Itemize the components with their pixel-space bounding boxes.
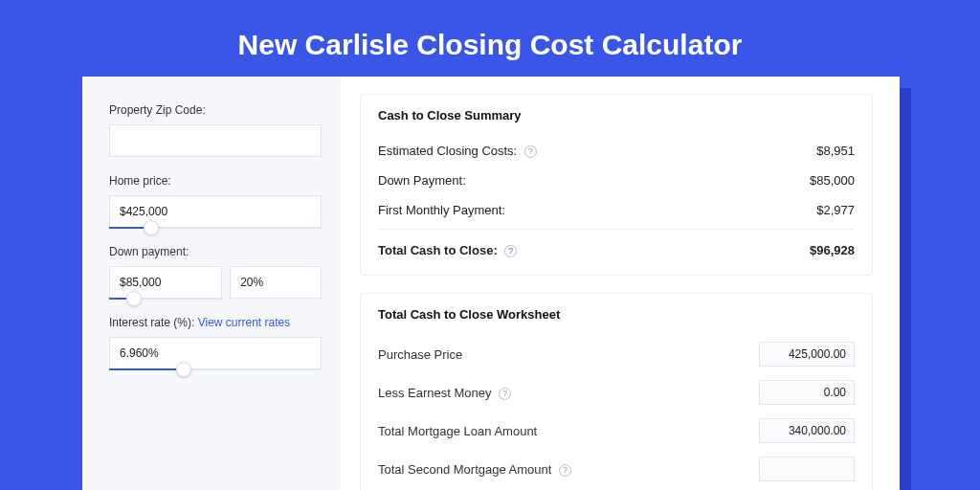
summary-row: Estimated Closing Costs: ? $8,951: [378, 136, 855, 166]
summary-row-value: $85,000: [810, 173, 855, 188]
summary-row-label: Down Payment:: [378, 173, 466, 188]
worksheet-row-label: Purchase Price: [378, 347, 462, 362]
worksheet-row-input[interactable]: [759, 418, 855, 443]
interest-field: Interest rate (%): View current rates: [109, 316, 322, 369]
summary-row-label: Estimated Closing Costs:: [378, 144, 517, 158]
worksheet-heading: Total Cash to Close Worksheet: [378, 307, 855, 322]
worksheet-row-input[interactable]: [759, 380, 855, 405]
interest-slider[interactable]: [109, 337, 322, 369]
down-payment-label: Down payment:: [109, 245, 322, 258]
calculator-card: Property Zip Code: Home price: Down paym…: [82, 77, 900, 490]
worksheet-card: Total Cash to Close Worksheet Purchase P…: [360, 293, 873, 490]
interest-label: Interest rate (%): View current rates: [109, 316, 322, 329]
worksheet-row: Total Second Mortgage Amount ?: [378, 450, 855, 488]
summary-row-label: First Monthly Payment:: [378, 203, 505, 217]
summary-total-row: Total Cash to Close: ? $96,928: [378, 229, 855, 265]
worksheet-row: Total Mortgage Loan Amount: [378, 412, 855, 450]
worksheet-row-input[interactable]: [759, 457, 855, 481]
summary-total-label: Total Cash to Close:: [378, 243, 498, 257]
worksheet-row: Less Earnest Money ?: [378, 373, 855, 412]
interest-input[interactable]: [109, 337, 322, 369]
home-price-field: Home price:: [109, 174, 322, 228]
summary-card: Cash to Close Summary Estimated Closing …: [360, 94, 873, 276]
summary-row-value: $2,977: [816, 203, 855, 217]
zip-label: Property Zip Code:: [109, 103, 322, 117]
worksheet-row-label: Less Earnest Money: [378, 386, 492, 400]
summary-row: First Monthly Payment: $2,977: [378, 195, 855, 225]
inputs-panel: Property Zip Code: Home price: Down paym…: [82, 77, 341, 490]
zip-field: Property Zip Code:: [109, 103, 322, 157]
worksheet-row-label: Total Mortgage Loan Amount: [378, 424, 537, 438]
page-title: New Carlisle Closing Cost Calculator: [0, 0, 980, 61]
home-price-label: Home price:: [109, 174, 322, 188]
worksheet-row: Purchase Price: [378, 335, 855, 373]
down-payment-slider[interactable]: [109, 266, 222, 299]
down-payment-input[interactable]: [109, 266, 222, 299]
summary-total-value: $96,928: [810, 243, 855, 257]
worksheet-row-label: Total Second Mortgage Amount: [378, 462, 551, 477]
summary-row: Down Payment: $85,000: [378, 166, 855, 195]
home-price-slider[interactable]: [109, 195, 322, 228]
summary-row-value: $8,951: [816, 144, 855, 158]
help-icon[interactable]: ?: [499, 388, 511, 400]
down-payment-pct-input[interactable]: [230, 266, 322, 299]
worksheet-row-input[interactable]: [759, 342, 855, 367]
help-icon[interactable]: ?: [559, 464, 571, 477]
view-rates-link[interactable]: View current rates: [198, 316, 291, 329]
help-icon[interactable]: ?: [504, 245, 517, 257]
zip-input[interactable]: [109, 124, 322, 157]
interest-label-text: Interest rate (%):: [109, 316, 198, 329]
results-panel: Cash to Close Summary Estimated Closing …: [341, 77, 900, 490]
summary-heading: Cash to Close Summary: [378, 108, 855, 122]
help-icon[interactable]: ?: [524, 145, 537, 158]
down-payment-field: Down payment:: [109, 245, 322, 299]
home-price-input[interactable]: [109, 195, 322, 228]
